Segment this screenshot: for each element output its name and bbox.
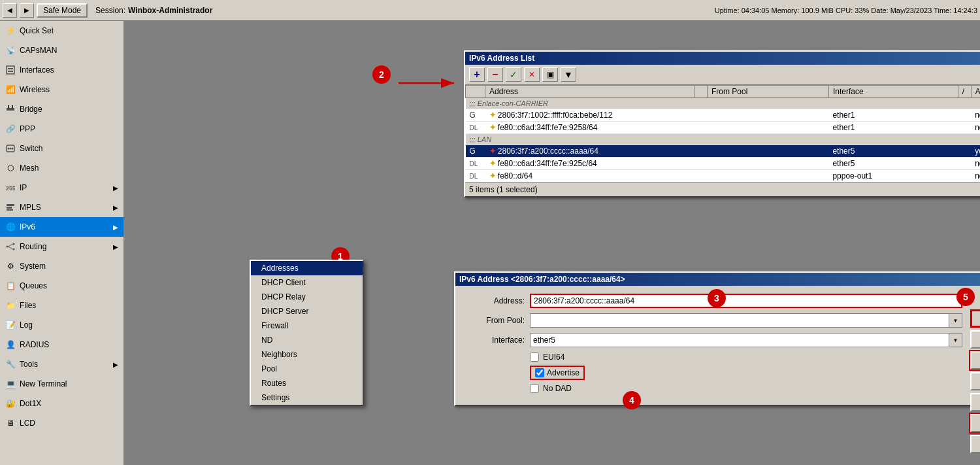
forward-button[interactable]: ▶: [20, 3, 34, 18]
advertise-checkbox[interactable]: [535, 368, 544, 377]
disable-address-button[interactable]: ✕: [524, 67, 540, 82]
from-pool-select[interactable]: ▼: [530, 313, 962, 328]
from-pool-arrow[interactable]: ▼: [949, 314, 962, 327]
svg-rect-1: [8, 68, 13, 69]
row-address: ✦ fe80::c6ad:34ff:fe7e:9258/64: [485, 122, 694, 134]
routing-icon: [5, 241, 16, 252]
row-sep2: [958, 145, 971, 158]
svg-rect-4: [8, 105, 9, 109]
ipv6-addr-title: IPv6 Address <2806:3f7:a200:cccc::aaaa/6…: [459, 275, 625, 284]
address-field[interactable]: [530, 294, 962, 308]
sidebar-item-log[interactable]: 📝 Log: [0, 315, 123, 335]
sidebar-item-ppp[interactable]: 🔗 PPP: [0, 119, 123, 139]
status-bar: Uptime: 04:34:05 Memory: 100.9 MiB CPU: …: [715, 7, 977, 14]
sidebar-item-ip[interactable]: 255 IP ▶: [0, 178, 123, 198]
routing-arrow: ▶: [113, 243, 118, 250]
row-advertise: no: [971, 170, 980, 182]
disable-button[interactable]: Disable: [970, 372, 980, 390]
sidebar-item-new-terminal[interactable]: 💻 New Terminal: [0, 374, 123, 394]
sidebar-item-mpls[interactable]: MPLS ▶: [0, 198, 123, 217]
sidebar-label-system: System: [20, 262, 46, 271]
top-bar: ◀ ▶ Safe Mode Session: Winbox-Administra…: [0, 0, 980, 21]
dropdown-item-routes[interactable]: Routes: [251, 376, 363, 390]
dropdown-item-neighbors[interactable]: Neighbors: [251, 347, 363, 362]
sidebar-item-radius[interactable]: 👤 RADIUS: [0, 335, 123, 354]
dropdown-item-nd[interactable]: ND: [251, 333, 363, 347]
back-button[interactable]: ◀: [3, 3, 17, 18]
sidebar-label-queues: Queues: [20, 281, 47, 290]
interface-row: Interface: ether5 ▼: [466, 333, 962, 347]
row-sep: [694, 170, 708, 182]
dropdown-item-dhcp-server[interactable]: DHCP Server: [251, 304, 363, 319]
sidebar-item-files[interactable]: 📁 Files: [0, 296, 123, 315]
col-interface[interactable]: Interface: [828, 86, 958, 98]
sidebar-label-files: Files: [20, 301, 36, 310]
col-from-pool[interactable]: From Pool: [708, 86, 829, 98]
sidebar-item-queues[interactable]: 📋 Queues: [0, 276, 123, 296]
svg-point-7: [8, 148, 10, 150]
row-flag: DL: [466, 122, 485, 134]
dropdown-item-addresses[interactable]: Addresses: [251, 261, 363, 275]
interface-arrow[interactable]: ▼: [949, 334, 962, 347]
comment-button[interactable]: Comment: [970, 393, 980, 411]
ip-icon: 255: [5, 182, 16, 193]
content-area: IPv6 Address List _ ✕ + − ✓ ✕ ▣ ▼: [124, 21, 980, 465]
sidebar-item-switch[interactable]: Switch: [0, 139, 123, 158]
dropdown-item-pool[interactable]: Pool: [251, 362, 363, 376]
eui64-checkbox[interactable]: [530, 353, 539, 362]
eui64-label: EUI64: [543, 353, 564, 362]
row-interface: ether1: [828, 109, 958, 122]
sidebar-label-switch: Switch: [20, 144, 42, 153]
sidebar-item-routing[interactable]: Routing ▶: [0, 237, 123, 256]
copy-button[interactable]: Copy: [970, 414, 980, 432]
ipv6-addr-titlebar[interactable]: IPv6 Address <2806:3f7:a200:cccc::aaaa/6…: [455, 273, 980, 286]
sidebar-item-bridge[interactable]: Bridge: [0, 99, 123, 119]
no-dad-checkbox[interactable]: [530, 384, 539, 393]
sidebar-item-mesh[interactable]: ⬡ Mesh: [0, 158, 123, 178]
lcd-icon: 🖥: [5, 418, 16, 428]
dropdown-item-dhcp-relay[interactable]: DHCP Relay: [251, 290, 363, 304]
ipv6-list-titlebar[interactable]: IPv6 Address List _ ✕: [465, 52, 980, 65]
sidebar-item-lcd[interactable]: 🖥 LCD: [0, 413, 123, 433]
sidebar-item-capsman[interactable]: 📡 CAPsMAN: [0, 41, 123, 60]
ok-button[interactable]: OK: [970, 309, 980, 328]
row-from-pool: [708, 145, 829, 158]
remove-address-button[interactable]: −: [487, 67, 503, 82]
table-row[interactable]: DL ✦ fe80::c6ad:34ff:fe7e:925c/64 ether5…: [466, 158, 981, 170]
interface-label: Interface:: [466, 336, 525, 345]
sidebar-item-wireless[interactable]: 📶 Wireless: [0, 80, 123, 99]
dropdown-item-firewall[interactable]: Firewall: [251, 319, 363, 333]
dropdown-item-settings[interactable]: Settings: [251, 390, 363, 405]
col-address[interactable]: Address: [485, 86, 694, 98]
session-value: Winbox-Administrador: [128, 6, 212, 15]
safe-mode-button[interactable]: Safe Mode: [37, 3, 88, 18]
filter-button[interactable]: ▼: [561, 67, 576, 82]
sidebar-item-system[interactable]: ⚙ System: [0, 256, 123, 276]
remove-button[interactable]: Remove: [970, 435, 980, 453]
sidebar-label-bridge: Bridge: [20, 105, 42, 114]
table-row[interactable]: G ✦ 2806:3f7:1002::ffff:f0ca:bebe/112 et…: [466, 109, 981, 122]
sidebar-item-dot1x[interactable]: 🔐 Dot1X: [0, 394, 123, 413]
dropdown-item-dhcp-client[interactable]: DHCP Client: [251, 275, 363, 290]
sidebar-item-tools[interactable]: 🔧 Tools ▶: [0, 354, 123, 374]
sidebar-label-mpls: MPLS: [20, 203, 41, 212]
row-address: ✦ 2806:3f7:1002::ffff:f0ca:bebe/112: [485, 109, 694, 122]
col-advertise[interactable]: Advertise: [971, 86, 980, 98]
table-row[interactable]: G ✦ 2806:3f7:a200:cccc::aaaa/64 ether5 y…: [466, 145, 981, 158]
table-row[interactable]: DL ✦ fe80::d/64 pppoe-out1 no: [466, 170, 981, 182]
sidebar-item-ipv6[interactable]: 🌐 IPv6 ▶: [0, 217, 123, 237]
sidebar-label-ipv6: IPv6: [20, 222, 35, 232]
sidebar-item-quick-set[interactable]: ⚡ Quick Set: [0, 21, 123, 41]
row-from-pool: [708, 170, 829, 182]
copy-address-button[interactable]: ▣: [542, 67, 558, 82]
sidebar-item-interfaces[interactable]: Interfaces: [0, 60, 123, 80]
enable-address-button[interactable]: ✓: [506, 67, 521, 82]
row-from-pool: [708, 122, 829, 134]
cancel-button[interactable]: Cancel: [970, 330, 980, 349]
add-address-button[interactable]: +: [469, 67, 485, 82]
interface-value: ether5: [533, 336, 555, 345]
table-row[interactable]: DL ✦ fe80::c6ad:34ff:fe7e:9258/64 ether1…: [466, 122, 981, 134]
interface-select[interactable]: ether5 ▼: [530, 333, 962, 347]
col-flag[interactable]: [466, 86, 485, 98]
apply-button[interactable]: Apply: [970, 351, 980, 370]
